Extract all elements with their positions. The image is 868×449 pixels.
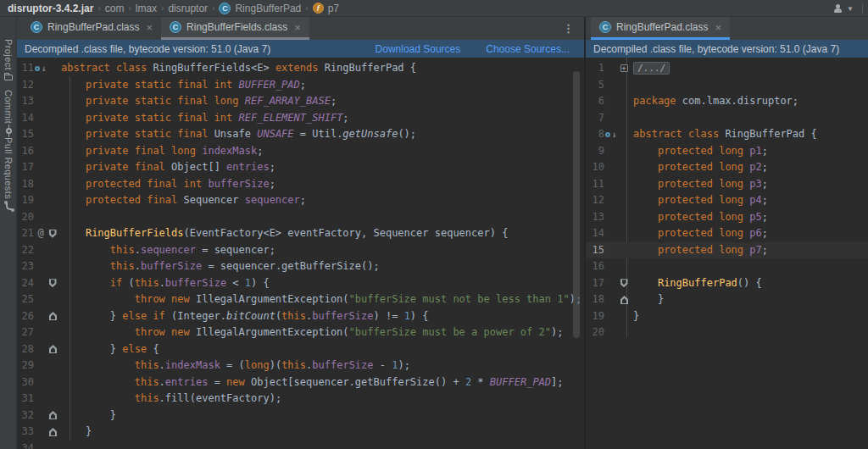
- fold-marker-collapse[interactable]: [49, 428, 57, 436]
- code-line[interactable]: 13 protected long p5;: [586, 209, 868, 226]
- token: [61, 227, 86, 239]
- token: private static final int: [86, 79, 239, 91]
- kebab-menu-icon[interactable]: ⋮: [553, 22, 584, 35]
- code-line[interactable]: 5: [586, 77, 868, 94]
- fold-slot: [47, 159, 58, 176]
- code-line[interactable]: 33 }: [17, 424, 584, 441]
- fold-marker-expand[interactable]: +: [620, 64, 628, 72]
- tab-ringbufferpad-class[interactable]: C RingBufferPad.class ×: [22, 17, 161, 40]
- token: = (: [220, 359, 245, 371]
- code-line[interactable]: 12 private static final int BUFFER_PAD;: [17, 77, 584, 94]
- token: ;: [762, 145, 768, 157]
- code-line[interactable]: 13 private static final long REF_ARRAY_B…: [17, 93, 584, 110]
- fold-slot: +: [618, 60, 630, 77]
- code-line[interactable]: 27 throw new IllegalArgumentException("b…: [17, 324, 584, 341]
- close-icon[interactable]: ×: [715, 22, 722, 33]
- code-line[interactable]: 34: [17, 441, 584, 449]
- code-line[interactable]: 23 this.bufferSize = sequencer.getBuffer…: [17, 258, 584, 275]
- code-line[interactable]: 28 } else {: [17, 341, 584, 358]
- chevron-down-icon[interactable]: ▼: [847, 5, 854, 13]
- token: [633, 277, 658, 289]
- fold-marker-collapse[interactable]: [620, 279, 628, 287]
- sidebar-item-project[interactable]: Project: [0, 39, 17, 80]
- code-line[interactable]: 22 this.sequencer = sequencer;: [17, 242, 584, 259]
- sidebar-item-pull-requests[interactable]: Pull Requests: [0, 137, 17, 210]
- code-line[interactable]: 30 this.entries = new Object[sequencer.g…: [17, 374, 584, 391]
- token: indexMask: [202, 145, 257, 157]
- breadcrumb-item-ringbufferpad[interactable]: CRingBufferPad: [219, 3, 301, 14]
- code-line[interactable]: 6package com.lmax.disruptor;: [586, 93, 868, 110]
- folded-comment-chip: /.../: [633, 62, 670, 75]
- line-number: 16: [17, 143, 34, 160]
- code-line[interactable]: 17 private final Object[] entries;: [17, 159, 584, 176]
- code-line[interactable]: 21@ RingBufferFields(EventFactory<E> eve…: [17, 225, 584, 242]
- banner-link-download-sources[interactable]: Download Sources: [376, 43, 461, 55]
- code-line[interactable]: 26 } else if (Integer.bitCount(this.buff…: [17, 308, 584, 325]
- code-line[interactable]: 14 protected long p6;: [586, 225, 868, 242]
- breadcrumb-item-disruptor[interactable]: disruptor: [168, 3, 208, 14]
- tool-window-label: Project: [3, 39, 14, 70]
- gutter-icon-slot: ↓: [604, 126, 618, 143]
- fold-slot: [618, 110, 630, 127]
- fold-marker-collapse[interactable]: [49, 279, 57, 287]
- token: private static final int: [86, 112, 239, 124]
- tab-bar-right: C RingBufferPad.class ×: [586, 17, 868, 40]
- token: ;: [762, 227, 768, 239]
- breadcrumb-item-lmax[interactable]: lmax: [136, 3, 157, 14]
- code-line[interactable]: 20: [17, 209, 584, 226]
- fold-marker-collapse[interactable]: [49, 230, 57, 238]
- sidebar-item-commit[interactable]: Commit: [0, 90, 17, 134]
- code-line[interactable]: 1+/.../: [586, 60, 868, 77]
- code-line[interactable]: 10 protected long p2;: [586, 159, 868, 176]
- fold-marker-collapse[interactable]: [620, 296, 628, 304]
- code-editor-ringbufferpad[interactable]: 1+/.../56package com.lmax.disruptor;78↓a…: [586, 58, 868, 449]
- token: getUnsafe: [342, 128, 398, 140]
- override-gutter-icon[interactable]: ↓: [35, 60, 46, 77]
- close-icon[interactable]: ×: [147, 22, 153, 33]
- code-line[interactable]: 24 if (this.bufferSize < 1) {: [17, 275, 584, 292]
- close-icon[interactable]: ×: [294, 22, 301, 33]
- code-line[interactable]: 7: [586, 110, 868, 127]
- code-line[interactable]: 16 private final long indexMask;: [17, 143, 584, 160]
- fold-marker-collapse[interactable]: [49, 312, 57, 320]
- code-line[interactable]: 15 private static final Unsafe UNSAFE = …: [17, 126, 584, 143]
- code-line[interactable]: 9 protected long p1;: [586, 143, 868, 160]
- tab-ringbufferfields-class[interactable]: C RingBufferFields.class ×: [161, 17, 309, 40]
- breadcrumb-item-p7[interactable]: fp7: [313, 3, 339, 14]
- vertical-scrollbar[interactable]: [573, 71, 580, 338]
- fold-marker-collapse[interactable]: [49, 411, 57, 419]
- code-text: protected final int bufferSize;: [58, 176, 275, 193]
- code-line[interactable]: 20: [586, 324, 868, 341]
- code-line[interactable]: 31 this.fill(eventFactory);: [17, 391, 584, 407]
- code-line[interactable]: 14 private static final int REF_ELEMENT_…: [17, 110, 584, 127]
- breadcrumb-chevron-icon: ›: [128, 3, 131, 13]
- code-line[interactable]: 12 protected long p4;: [586, 192, 868, 209]
- tab-ringbufferpad-class-right[interactable]: C RingBufferPad.class ×: [591, 17, 730, 40]
- token: entries: [226, 161, 270, 173]
- code-line[interactable]: 18 }: [586, 291, 868, 308]
- code-line[interactable]: 18 protected final int bufferSize;: [17, 176, 584, 193]
- banner-link-choose-sources-[interactable]: Choose Sources...: [486, 43, 570, 55]
- user-icon[interactable]: [833, 4, 843, 14]
- code-editor-ringbufferfields[interactable]: 11↓abstract class RingBufferFields<E> ex…: [17, 58, 584, 449]
- code-line[interactable]: 29 this.indexMask = (long)(this.bufferSi…: [17, 358, 584, 374]
- code-line[interactable]: 32 }: [17, 407, 584, 424]
- code-line[interactable]: 16: [586, 258, 868, 275]
- override-gutter-icon[interactable]: ↓: [605, 126, 616, 143]
- breadcrumb-item-com[interactable]: com: [105, 3, 125, 14]
- class-icon: C: [599, 21, 611, 33]
- code-line[interactable]: 11 protected long p3;: [586, 176, 868, 193]
- fold-marker-collapse[interactable]: [49, 345, 57, 353]
- token: bufferSize: [165, 277, 226, 289]
- token: [633, 194, 658, 206]
- code-text: protected long p1;: [630, 143, 768, 160]
- code-line[interactable]: 19}: [586, 308, 868, 325]
- code-line[interactable]: 15 protected long p7;: [586, 242, 868, 259]
- breadcrumb-item-disruptor-3-4-2-jar[interactable]: disruptor-3.4.2.jar: [8, 3, 93, 14]
- code-line[interactable]: 11↓abstract class RingBufferFields<E> ex…: [17, 60, 584, 77]
- code-line[interactable]: 8↓abstract class RingBufferPad {: [586, 126, 868, 143]
- token: [61, 293, 135, 305]
- code-line[interactable]: 19 protected final Sequencer sequencer;: [17, 192, 584, 209]
- code-line[interactable]: 25 throw new IllegalArgumentException("b…: [17, 291, 584, 308]
- code-line[interactable]: 17 RingBufferPad() {: [586, 275, 868, 292]
